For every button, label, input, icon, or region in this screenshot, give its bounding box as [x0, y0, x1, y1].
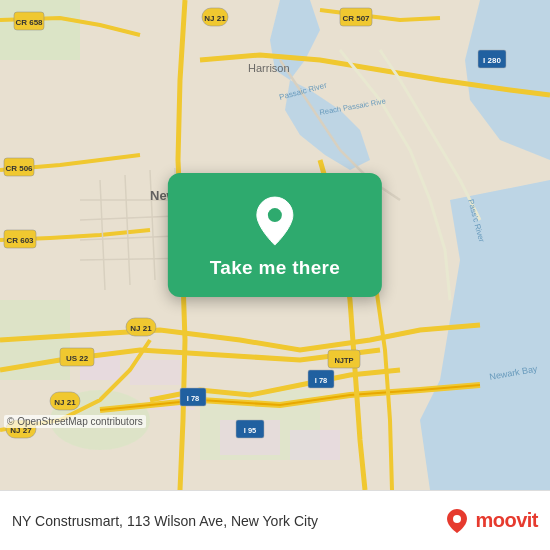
- moovit-brand-text: moovit: [475, 509, 538, 532]
- take-me-there-button[interactable]: Take me there: [168, 173, 382, 297]
- location-pin-icon: [253, 195, 297, 247]
- svg-text:CR 658: CR 658: [15, 18, 43, 27]
- svg-text:I 78: I 78: [187, 394, 200, 403]
- svg-text:I 95: I 95: [244, 426, 257, 435]
- bottom-bar: NY Construsmart, 113 Wilson Ave, New Yor…: [0, 490, 550, 550]
- moovit-pin-icon: [443, 507, 471, 535]
- map-attribution: © OpenStreetMap contributors: [4, 415, 146, 428]
- svg-text:NJ 21: NJ 21: [54, 398, 76, 407]
- svg-text:NJ 21: NJ 21: [130, 324, 152, 333]
- svg-text:I 280: I 280: [483, 56, 501, 65]
- app-container: CR 658 NJ 21 CR 507 I 280 CR 506 CR 603 …: [0, 0, 550, 550]
- svg-text:CR 507: CR 507: [342, 14, 370, 23]
- button-label: Take me there: [210, 257, 340, 279]
- moovit-logo: moovit: [443, 507, 538, 535]
- svg-text:US 22: US 22: [66, 354, 89, 363]
- svg-point-55: [453, 515, 461, 523]
- svg-text:NJ 21: NJ 21: [204, 14, 226, 23]
- navigation-button-overlay: Take me there: [168, 173, 382, 297]
- map-area: CR 658 NJ 21 CR 507 I 280 CR 506 CR 603 …: [0, 0, 550, 490]
- svg-text:NJTP: NJTP: [334, 356, 353, 365]
- svg-rect-6: [130, 360, 180, 385]
- svg-point-54: [268, 208, 282, 222]
- svg-text:I 78: I 78: [315, 376, 328, 385]
- svg-text:CR 603: CR 603: [6, 236, 34, 245]
- svg-text:Harrison: Harrison: [248, 62, 290, 74]
- svg-text:CR 506: CR 506: [5, 164, 33, 173]
- svg-rect-9: [290, 430, 340, 460]
- address-text: NY Construsmart, 113 Wilson Ave, New Yor…: [12, 513, 433, 529]
